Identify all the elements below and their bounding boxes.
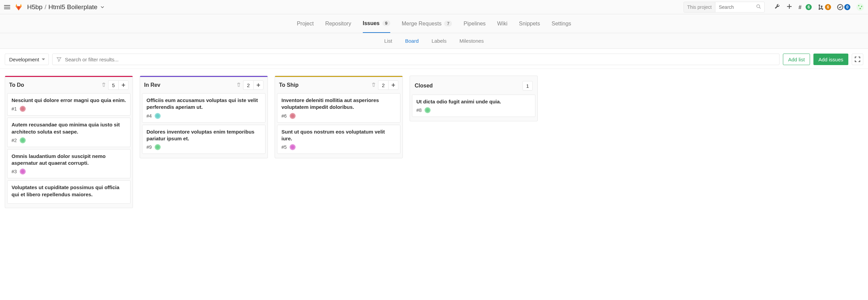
- board-toolbar: Development Add list Add issues: [0, 49, 868, 68]
- breadcrumb-group: H5bp: [27, 3, 42, 11]
- column-title: Closed: [415, 83, 522, 89]
- issue-card-title: Inventore deleniti mollitia aut asperior…: [281, 97, 396, 111]
- board-column-closed: Closed1Ut dicta odio fugit animi unde qu…: [410, 76, 538, 121]
- nav-tab-merge-requests[interactable]: Merge Requests7: [402, 14, 452, 33]
- trash-icon[interactable]: [101, 82, 106, 88]
- issue-card-meta: #5: [281, 144, 396, 150]
- issue-card-meta: #8: [416, 107, 531, 113]
- issue-card[interactable]: Inventore deleniti mollitia aut asperior…: [277, 93, 400, 123]
- plus-icon[interactable]: [786, 3, 792, 11]
- hamburger-icon[interactable]: [4, 5, 10, 9]
- column-body: Ut dicta odio fugit animi unde quia.#8: [410, 95, 537, 121]
- issue-card-title: Nesciunt qui dolore error magni quo quia…: [12, 97, 126, 104]
- nav-tab-label: Merge Requests: [402, 21, 441, 27]
- filter-bar[interactable]: [52, 54, 780, 65]
- column-count: 2: [378, 80, 388, 90]
- issue-ref: #6: [281, 113, 287, 119]
- issue-card-meta: #6: [281, 113, 396, 119]
- chevron-down-icon: [101, 5, 104, 9]
- breadcrumb-separator: /: [44, 3, 46, 11]
- column-title: To Do: [9, 82, 101, 88]
- filter-icon: [57, 57, 61, 62]
- board-column-inrev: In Rev2Officiis eum accusamus voluptas q…: [140, 76, 268, 158]
- search-input[interactable]: [715, 2, 753, 12]
- board-selector-label: Development: [9, 57, 39, 62]
- wrench-icon[interactable]: [774, 3, 780, 11]
- issue-card-meta: #3: [12, 168, 126, 175]
- issue-ref: #8: [416, 107, 422, 113]
- trash-icon[interactable]: [236, 82, 241, 88]
- issue-card[interactable]: Omnis laudantium dolor suscipit nemo asp…: [7, 149, 131, 179]
- nav-tab-label: Issues: [363, 20, 380, 26]
- column-count: 5: [108, 80, 118, 90]
- issue-card-title: Autem recusandae quo minima quia iusto s…: [12, 121, 126, 135]
- search-icon: [753, 4, 764, 10]
- assignee-avatar[interactable]: [20, 106, 26, 112]
- nav-tab-count: 9: [382, 20, 390, 26]
- issue-card-title: Sunt ut quos nostrum eos voluptatum veli…: [281, 128, 396, 142]
- trash-icon[interactable]: [371, 82, 376, 88]
- assignee-avatar[interactable]: [290, 113, 296, 119]
- nav-tab-pipelines[interactable]: Pipelines: [463, 14, 486, 33]
- breadcrumb[interactable]: H5bp / Html5 Boilerplate: [27, 3, 104, 11]
- subnav-board[interactable]: Board: [405, 38, 419, 44]
- issue-ref: #4: [146, 113, 152, 119]
- add-issues-button[interactable]: Add issues: [813, 54, 848, 65]
- mr-count-badge: 6: [825, 4, 831, 10]
- todos-count[interactable]: 0: [837, 4, 850, 10]
- issue-card-title: Voluptates ut cupiditate possimus qui of…: [12, 184, 126, 198]
- add-list-button[interactable]: Add list: [783, 54, 810, 65]
- search-scope-label: This project: [684, 2, 715, 12]
- issue-card-title: Omnis laudantium dolor suscipit nemo asp…: [12, 153, 126, 167]
- column-add-issue[interactable]: [388, 80, 398, 90]
- column-add-issue[interactable]: [253, 80, 263, 90]
- subnav-list[interactable]: List: [384, 38, 392, 44]
- project-nav: ProjectRepositoryIssues9Merge Requests7P…: [0, 14, 868, 33]
- fullscreen-button[interactable]: [852, 54, 863, 65]
- issues-count[interactable]: # 6: [798, 4, 812, 10]
- global-search[interactable]: This project: [684, 2, 765, 13]
- fullscreen-icon: [855, 57, 860, 62]
- assignee-avatar[interactable]: [155, 144, 161, 150]
- column-header: To Do5: [5, 77, 133, 93]
- board-column-todo: To Do5Nesciunt qui dolore error magni qu…: [5, 76, 133, 208]
- nav-tab-issues[interactable]: Issues9: [363, 14, 390, 33]
- assignee-avatar[interactable]: [20, 137, 26, 143]
- issue-card[interactable]: Officiis eum accusamus voluptas qui iste…: [142, 93, 265, 123]
- nav-tab-wiki[interactable]: Wiki: [497, 14, 507, 33]
- assignee-avatar[interactable]: [290, 144, 296, 150]
- column-add-issue[interactable]: [118, 80, 129, 90]
- user-avatar[interactable]: [856, 3, 864, 11]
- subnav-labels[interactable]: Labels: [432, 38, 447, 44]
- issue-card-title: Officiis eum accusamus voluptas qui iste…: [146, 97, 261, 111]
- issue-card-meta: #1: [12, 106, 126, 112]
- issue-card[interactable]: Sunt ut quos nostrum eos voluptatum veli…: [277, 125, 400, 154]
- board-column-toship: To Ship2Inventore deleniti mollitia aut …: [275, 76, 403, 158]
- nav-tab-settings[interactable]: Settings: [552, 14, 571, 33]
- board-selector-dropdown[interactable]: Development: [5, 54, 49, 65]
- issue-card[interactable]: Autem recusandae quo minima quia iusto s…: [7, 118, 131, 147]
- issue-card[interactable]: Dolores inventore voluptas enim temporib…: [142, 125, 265, 154]
- issue-card[interactable]: Ut dicta odio fugit animi unde quia.#8: [412, 95, 535, 117]
- column-count: 2: [243, 80, 253, 90]
- issue-card[interactable]: Voluptates ut cupiditate possimus qui of…: [7, 180, 131, 204]
- subnav-milestones[interactable]: Milestones: [459, 38, 484, 44]
- svg-line-5: [760, 7, 761, 9]
- filter-input[interactable]: [65, 57, 775, 62]
- todos-count-badge: 0: [844, 4, 850, 10]
- nav-tab-snippets[interactable]: Snippets: [519, 14, 540, 33]
- issue-card-meta: #2: [12, 137, 126, 143]
- issue-board: To Do5Nesciunt qui dolore error magni qu…: [0, 76, 868, 218]
- assignee-avatar[interactable]: [155, 113, 161, 119]
- nav-tab-label: Pipelines: [463, 21, 486, 27]
- nav-tab-label: Wiki: [497, 21, 507, 27]
- nav-tab-repository[interactable]: Repository: [325, 14, 351, 33]
- svg-point-4: [757, 5, 760, 8]
- nav-tab-label: Repository: [325, 21, 351, 27]
- nav-tab-project[interactable]: Project: [297, 14, 314, 33]
- assignee-avatar[interactable]: [20, 168, 26, 175]
- assignee-avatar[interactable]: [425, 107, 431, 113]
- column-body: Officiis eum accusamus voluptas qui iste…: [140, 93, 268, 158]
- mr-count[interactable]: 6: [818, 4, 831, 10]
- issue-card[interactable]: Nesciunt qui dolore error magni quo quia…: [7, 93, 131, 116]
